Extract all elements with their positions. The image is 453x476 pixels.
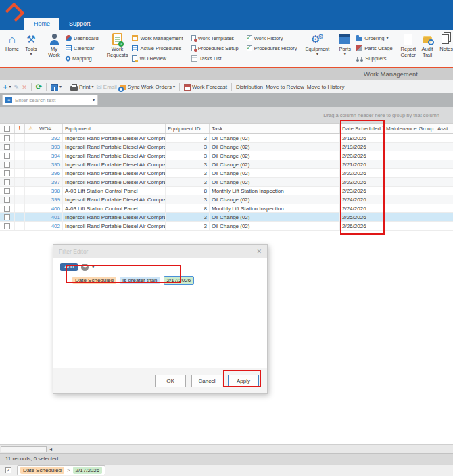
equipment-column-header[interactable]: Equipment [63, 124, 166, 133]
cancel-button[interactable]: Cancel [191, 375, 222, 387]
filter-enabled-checkbox[interactable]: ✓ [5, 467, 11, 473]
ribbon-procedures-history-button[interactable]: Procedures History [245, 43, 300, 53]
table-row[interactable]: 395 Ingersoll Rand Portable Diesel Air C… [0, 160, 453, 169]
distribution-button[interactable]: Distribution [236, 84, 263, 90]
row-checkbox[interactable] [4, 144, 10, 150]
wo-number-link[interactable]: 392 [37, 134, 63, 142]
filter-field-chip[interactable]: Date Scheduled [20, 467, 64, 474]
priority-column-header[interactable]: ! [15, 124, 25, 133]
condition-operator-chip[interactable]: Is greater than [120, 277, 160, 284]
wo-number-link[interactable]: 398 [37, 187, 63, 195]
row-checkbox[interactable] [4, 153, 10, 159]
ribbon-parts-usage-button[interactable]: Parts Usage [354, 43, 394, 53]
wo-number-link[interactable]: 394 [37, 151, 63, 160]
table-row[interactable]: 400 A-03 Lift Station Control Panel 8 Mo… [0, 204, 453, 213]
table-row[interactable]: 392 Ingersoll Rand Portable Diesel Air C… [0, 134, 453, 143]
maintenance-group-column-header[interactable]: Maintenance Group [384, 124, 435, 133]
chevron-down-icon[interactable]: ▾ [93, 99, 95, 102]
email-button[interactable]: ✉Email [96, 83, 116, 91]
search-box[interactable]: ≡ ▾ [2, 95, 98, 105]
condition-value-chip[interactable]: 2/17/2026 [164, 276, 195, 285]
group-by-panel[interactable]: Drag a column header here to group by th… [0, 107, 453, 123]
ribbon-dashboard-button[interactable]: Dashboard [64, 33, 101, 43]
active-filter[interactable]: Date Scheduled > 2/17/2026 [17, 465, 105, 475]
wo-number-link[interactable]: 401 [37, 213, 63, 221]
horizontal-scrollbar[interactable]: ◂ [0, 444, 453, 453]
select-all-checkbox[interactable] [4, 126, 10, 132]
wo-number-link[interactable]: 393 [37, 143, 63, 151]
ribbon-equipment-button[interactable]: ⚙⚙ Equipment ▾ [303, 30, 331, 67]
condition-field-chip[interactable]: Date Scheduled [72, 277, 116, 284]
ribbon-work-management-button[interactable]: Work Management [130, 33, 185, 43]
scrollbar-thumb[interactable] [1, 446, 47, 452]
search-options-icon[interactable]: ≡ [5, 97, 12, 103]
scroll-left-icon[interactable]: ◂ [49, 446, 52, 452]
row-checkbox[interactable] [4, 179, 10, 185]
wo-number-link[interactable]: 395 [37, 160, 63, 168]
ribbon-tools-button[interactable]: ⚒ Tools ▾ [22, 30, 41, 67]
wo-number-link[interactable]: 397 [37, 178, 63, 186]
ribbon-my-work-button[interactable]: My Work [45, 30, 64, 67]
row-checkbox[interactable] [4, 206, 10, 212]
task-column-header[interactable]: Task [210, 124, 340, 133]
table-row[interactable]: 399 Ingersoll Rand Portable Diesel Air C… [0, 195, 453, 204]
print-button[interactable]: Print▾ [70, 84, 93, 91]
table-row[interactable]: 396 Ingersoll Rand Portable Diesel Air C… [0, 169, 453, 178]
ribbon-work-history-button[interactable]: Work History [245, 33, 300, 43]
table-row[interactable]: 398 A-03 Lift Station Control Panel 8 Mo… [0, 187, 453, 195]
ribbon-mapping-button[interactable]: Mapping [64, 53, 101, 64]
ribbon-parts-button[interactable]: Parts ▾ [335, 30, 354, 67]
table-row[interactable]: 393 Ingersoll Rand Portable Diesel Air C… [0, 143, 453, 151]
add-button[interactable]: +▾ [3, 83, 11, 91]
ok-button[interactable]: OK [155, 375, 186, 387]
row-checkbox[interactable] [4, 197, 10, 203]
ribbon-suppliers-button[interactable]: Suppliers [354, 53, 394, 64]
equipment-id-column-header[interactable]: Equipment ID [166, 124, 210, 133]
ribbon-ordering-button[interactable]: Ordering ▾ [354, 33, 394, 43]
apply-button[interactable]: Apply [228, 375, 259, 387]
search-input[interactable] [15, 97, 90, 103]
row-checkbox[interactable] [4, 188, 10, 194]
add-condition-icon[interactable]: + [81, 264, 89, 271]
move-to-review-button[interactable]: Move to Review [266, 84, 304, 90]
dialog-title-bar[interactable]: Filter Editor ✕ [53, 245, 267, 258]
chevron-down-icon[interactable]: ▾ [92, 266, 94, 269]
work-forecast-button[interactable]: Work Forecast [184, 84, 227, 91]
select-all-header[interactable] [0, 124, 15, 133]
ribbon-work-requests-button[interactable]: Work Requests [105, 30, 130, 67]
ribbon-tasks-list-button[interactable]: Tasks List [189, 53, 241, 64]
row-checkbox[interactable] [4, 135, 10, 141]
row-checkbox[interactable] [4, 170, 10, 176]
row-checkbox[interactable] [4, 223, 10, 229]
ribbon-report-center-button[interactable]: Report Center [399, 30, 419, 67]
table-row[interactable]: 397 Ingersoll Rand Portable Diesel Air C… [0, 178, 453, 187]
move-to-history-button[interactable]: Move to History [307, 84, 345, 90]
wo-number-link[interactable]: 396 [37, 169, 63, 177]
assigned-column-header[interactable]: Assi [435, 124, 453, 133]
table-row[interactable]: 394 Ingersoll Rand Portable Diesel Air C… [0, 151, 453, 160]
ribbon-active-procedures-button[interactable]: Active Procedures [130, 43, 185, 53]
refresh-button[interactable]: ⟳ [36, 83, 42, 91]
row-checkbox[interactable] [4, 162, 10, 168]
scheduling-button[interactable]: ▾ [51, 84, 62, 91]
tab-support[interactable]: Support [59, 18, 100, 30]
sync-work-orders-button[interactable]: Sync Work Orders▾ [120, 84, 175, 90]
group-operator-button[interactable]: And [60, 263, 78, 271]
delete-button[interactable]: ✕ [22, 84, 27, 91]
ribbon-notes-button[interactable]: Notes [437, 30, 453, 67]
wo-number-link[interactable]: 400 [37, 204, 63, 212]
ribbon-calendar-button[interactable]: Calendar [64, 43, 101, 53]
ribbon-audit-trail-button[interactable]: Audit Trail [418, 30, 437, 67]
date-scheduled-column-header[interactable]: Date Scheduled [340, 124, 384, 133]
wo-number-link[interactable]: 402 [37, 222, 63, 230]
table-row[interactable]: 402 Ingersoll Rand Portable Diesel Air C… [0, 222, 453, 231]
ribbon-procedures-setup-button[interactable]: Procedures Setup [189, 43, 241, 53]
ribbon-work-templates-button[interactable]: Work Templates [189, 33, 241, 43]
ribbon-home-button[interactable]: ⌂ Home [3, 30, 22, 67]
warning-column-header[interactable]: ⚠ [25, 124, 37, 133]
row-checkbox[interactable] [4, 214, 10, 220]
ribbon-wo-review-button[interactable]: WO Review [130, 53, 185, 64]
filter-value-chip[interactable]: 2/17/2026 [73, 467, 103, 474]
wo-number-link[interactable]: 399 [37, 195, 63, 204]
wo-column-header[interactable]: WO# [37, 124, 63, 133]
